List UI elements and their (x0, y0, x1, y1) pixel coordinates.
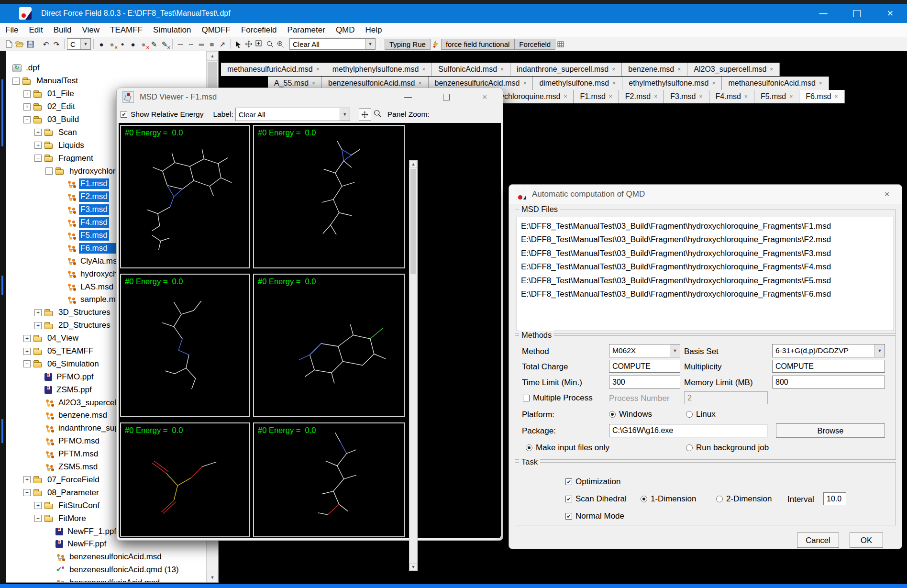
msd-file-path[interactable]: E:\DFF8_Test\ManualTest\03_Build\Fragmen… (521, 260, 890, 274)
tree-expander-icon[interactable] (23, 348, 31, 355)
chevron-down-icon[interactable]: ▼ (365, 39, 375, 49)
scroll-down-icon[interactable]: ▼ (409, 563, 417, 571)
close-button[interactable]: × (874, 4, 907, 23)
method-combo[interactable]: M062X ▼ (609, 344, 680, 357)
scan-dihedral-checkbox[interactable] (565, 496, 572, 502)
make-input-radio[interactable] (526, 444, 532, 451)
chevron-down-icon[interactable]: ▼ (340, 108, 350, 121)
msd-file-path[interactable]: E:\DFF8_Test\ManualTest\03_Build\Fragmen… (521, 233, 890, 246)
basis-set-combo[interactable]: 6-31+G(d,p)/DGDZVP ▼ (772, 344, 885, 357)
tree-expander-icon[interactable] (23, 360, 31, 367)
dialog-titlebar[interactable]: Automatic computation of QMD × (509, 185, 902, 204)
tab-close-icon[interactable]: × (835, 93, 838, 100)
show-relative-energy-checkbox[interactable] (121, 111, 127, 118)
tree-expander-icon[interactable] (23, 335, 31, 342)
menu-item[interactable]: Parameter (282, 23, 331, 37)
scroll-down-icon[interactable]: ▼ (207, 573, 218, 582)
viewer-panel-2[interactable]: #0 Energy = 0.0 (253, 125, 405, 268)
platform-windows-option[interactable]: Windows (609, 408, 652, 421)
tab-close-icon[interactable]: × (744, 93, 748, 100)
open-file-button[interactable] (14, 39, 25, 49)
ok-button[interactable]: OK (850, 533, 883, 548)
tree-expander-icon[interactable] (23, 103, 31, 111)
tab-close-icon[interactable]: × (422, 66, 425, 73)
menu-item[interactable]: Build (48, 23, 77, 37)
make-input-files-option[interactable]: Make input files only (526, 441, 609, 455)
delete-hydrogen-button[interactable]: ● (138, 39, 149, 49)
single-bond-button[interactable]: ─ (175, 39, 186, 49)
tab-close-icon[interactable]: × (770, 66, 773, 73)
tab-close-icon[interactable]: × (312, 80, 315, 87)
tree-expander-icon[interactable] (34, 129, 42, 136)
element-combo[interactable]: C ▼ (67, 38, 91, 50)
normal-mode-option[interactable]: Normal Mode (565, 510, 624, 523)
erase-pencil-button[interactable]: ✎ (159, 39, 170, 49)
viewer-panel-6[interactable]: #0 Energy = 0.0 (253, 422, 405, 537)
tree-expander-icon[interactable] (34, 142, 42, 149)
viewer-minimize-button[interactable]: — (400, 88, 416, 106)
dialog-close-button[interactable]: × (879, 185, 895, 204)
chevron-down-icon[interactable]: ▼ (874, 344, 885, 357)
memory-limit-field[interactable]: 800 (772, 376, 885, 388)
multiplicity-field[interactable]: COMPUTE (772, 360, 885, 373)
two-dimension-option[interactable]: 2-Dimension (716, 492, 772, 506)
tab-close-icon[interactable]: × (564, 93, 567, 100)
multiple-process-checkbox[interactable] (523, 395, 530, 401)
document-tab[interactable]: methanesulfonicAcid.msd × (722, 77, 829, 90)
menu-item[interactable]: QMDFF (196, 23, 235, 37)
zoom-window-button[interactable] (254, 39, 265, 49)
tree-item[interactable]: benzenesulfonicAcid.msd (6, 551, 207, 564)
document-tab[interactable]: SulfonicAcid.msd × (432, 63, 510, 76)
tab-close-icon[interactable]: × (677, 66, 681, 73)
menu-item[interactable]: QMD (331, 23, 360, 37)
tree-expander-icon[interactable] (23, 489, 31, 496)
tab-close-icon[interactable]: × (654, 93, 657, 100)
save-button[interactable] (25, 39, 35, 49)
document-tab[interactable]: dimethylsulfone.msd × (533, 77, 622, 90)
viewer-panel-4[interactable]: #0 Energy = 0.0 (253, 274, 405, 417)
scroll-up-icon[interactable]: ▲ (409, 160, 417, 168)
platform-linux-option[interactable]: Linux (686, 408, 716, 421)
document-tab[interactable]: methylphenylsulfone.msd × (326, 63, 432, 76)
document-tab[interactable]: Al2O3_supercell.msd × (687, 63, 780, 76)
tree-expander-icon[interactable] (34, 515, 42, 522)
tree-expander-icon[interactable] (34, 309, 42, 316)
browse-button[interactable]: Browse (776, 423, 885, 438)
tree-expander-icon[interactable] (23, 90, 31, 98)
edit-pencil-button[interactable]: ✎ (149, 39, 159, 49)
bond-arrow-button[interactable]: ↗ (217, 39, 228, 49)
menu-item[interactable]: File (0, 23, 23, 37)
tree-expander-icon[interactable] (23, 116, 31, 123)
msd-file-path[interactable]: E:\DFF8_Test\ManualTest\03_Build\Fragmen… (521, 220, 890, 233)
tab-close-icon[interactable]: × (712, 80, 715, 87)
viewer-panel-3[interactable]: #0 Energy = 0.0 (120, 274, 250, 417)
tab-close-icon[interactable]: × (819, 80, 822, 87)
menu-item[interactable]: Simulation (148, 23, 196, 37)
tab-close-icon[interactable]: × (612, 66, 615, 73)
linux-radio[interactable] (686, 411, 693, 418)
tree-item[interactable]: ManualTest (6, 75, 207, 88)
tab-close-icon[interactable]: × (699, 93, 703, 100)
tab-close-icon[interactable]: × (523, 80, 526, 87)
msd-file-path[interactable]: E:\DFF8_Test\ManualTest\03_Build\Fragmen… (521, 274, 890, 288)
total-charge-field[interactable]: COMPUTE (609, 360, 680, 373)
partial-bond-button[interactable]: ╌ (186, 39, 196, 49)
main-titlebar[interactable]: Direct Force Field 8.0.3 - E:\DFF8_Test\… (0, 4, 907, 23)
pan-tool-button[interactable] (359, 108, 371, 121)
viewer-close-button[interactable]: × (476, 88, 493, 106)
viewer-scrollbar[interactable]: ▲ ▼ (409, 160, 418, 571)
pan-move-button[interactable] (243, 39, 254, 49)
tab-close-icon[interactable]: × (500, 66, 504, 73)
triple-bond-button[interactable]: ≡ (207, 39, 217, 49)
document-tab[interactable]: indanthrone_supercell.msd × (510, 63, 622, 76)
optimization-checkbox[interactable] (565, 478, 572, 485)
zoom-tool-button[interactable] (374, 110, 382, 120)
typing-rue-button[interactable]: Typing Rue (385, 39, 431, 50)
viewer-label-combo[interactable]: Clear All ▼ (235, 108, 350, 121)
cancel-button[interactable]: Cancel (797, 533, 839, 548)
tree-expander-icon[interactable] (45, 167, 53, 175)
tree-item[interactable]: benzenesulfonicAcid.qmd (13) (6, 564, 207, 577)
one-dimension-radio[interactable] (641, 496, 647, 502)
run-background-option[interactable]: Run background job (686, 441, 769, 455)
chevron-down-icon[interactable]: ▼ (670, 344, 680, 357)
